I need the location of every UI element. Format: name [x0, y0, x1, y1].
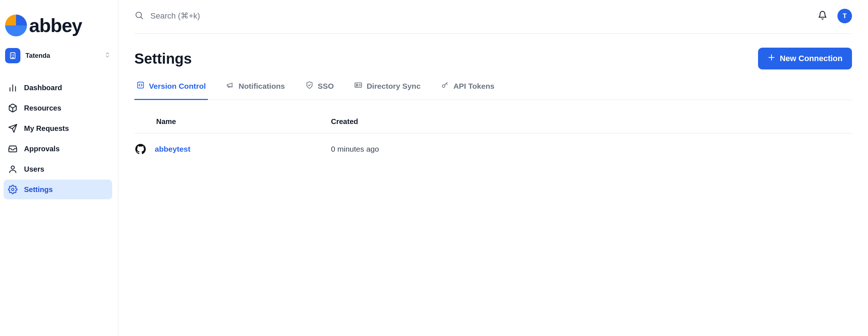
org-name: Tatenda: [25, 52, 99, 60]
logo: abbey: [4, 7, 112, 47]
tab-directory-sync[interactable]: Directory Sync: [352, 80, 423, 100]
org-switcher[interactable]: Tatenda: [4, 47, 112, 65]
page-title: Settings: [134, 51, 192, 67]
sidebar-item-label: Resources: [24, 104, 61, 112]
sidebar-item-settings[interactable]: Settings: [4, 180, 112, 199]
connection-name-link[interactable]: abbeytest: [155, 145, 190, 153]
connections-table: Name Created abbeytest 0 minutes ago: [134, 117, 852, 165]
bar-chart-icon: [8, 83, 17, 92]
main-content: Search (⌘+k) T Settings: [118, 0, 868, 336]
search-icon: [134, 11, 144, 21]
topbar: Search (⌘+k) T: [134, 0, 852, 34]
gear-icon: [8, 185, 17, 194]
tab-notifications[interactable]: Notifications: [224, 80, 287, 100]
tab-label: API Tokens: [453, 82, 494, 91]
brand-name: abbey: [29, 15, 82, 36]
sidebar-item-label: Dashboard: [24, 84, 62, 92]
page-header: Settings New Connection: [134, 34, 852, 80]
sidebar-item-label: Settings: [24, 185, 53, 194]
new-connection-label: New Connection: [780, 54, 843, 63]
sidebar-item-resources[interactable]: Resources: [4, 98, 112, 118]
tab-sso[interactable]: SSO: [303, 80, 336, 100]
key-icon: [441, 81, 449, 91]
new-connection-button[interactable]: New Connection: [758, 48, 852, 69]
connection-created: 0 minutes ago: [331, 145, 379, 153]
table-header-row: Name Created: [134, 117, 852, 133]
tab-label: Version Control: [149, 82, 206, 91]
shield-check-icon: [305, 81, 313, 91]
send-icon: [8, 124, 17, 133]
tab-label: SSO: [318, 82, 334, 91]
sidebar-nav: Dashboard Resources My Requests: [4, 78, 112, 199]
svg-point-17: [11, 166, 15, 169]
svg-point-18: [12, 188, 14, 191]
sidebar-item-label: Approvals: [24, 145, 60, 153]
code-square-icon: [137, 81, 145, 91]
tab-version-control[interactable]: Version Control: [134, 80, 208, 100]
column-header-name: Name: [134, 117, 331, 126]
user-avatar[interactable]: T: [837, 9, 852, 23]
box-icon: [8, 103, 17, 113]
column-header-created: Created: [331, 117, 852, 126]
plus-icon: [768, 53, 776, 64]
svg-rect-3: [11, 53, 15, 59]
notifications-button[interactable]: [816, 9, 829, 23]
bell-icon: [818, 11, 827, 21]
tab-label: Directory Sync: [367, 82, 421, 91]
inbox-icon: [8, 144, 17, 153]
sidebar-item-label: My Requests: [24, 124, 69, 133]
building-icon: [5, 48, 20, 63]
user-icon: [8, 164, 17, 174]
search-placeholder: Search (⌘+k): [150, 11, 200, 21]
svg-point-25: [356, 84, 358, 85]
github-icon: [134, 143, 147, 155]
settings-tabs: Version Control Notifications SSO: [134, 80, 852, 100]
sidebar-item-users[interactable]: Users: [4, 159, 112, 179]
sidebar-item-my-requests[interactable]: My Requests: [4, 119, 112, 138]
table-row: abbeytest 0 minutes ago: [134, 133, 852, 165]
sidebar-item-label: Users: [24, 165, 44, 173]
avatar-initial: T: [843, 12, 847, 20]
chevron-up-down-icon: [104, 51, 111, 60]
megaphone-icon: [226, 81, 234, 91]
svg-rect-23: [138, 82, 144, 88]
search-input[interactable]: Search (⌘+k): [134, 11, 808, 21]
tab-label: Notifications: [238, 82, 285, 91]
sidebar-item-dashboard[interactable]: Dashboard: [4, 78, 112, 97]
id-card-icon: [354, 81, 362, 91]
svg-line-20: [141, 17, 143, 19]
tab-api-tokens[interactable]: API Tokens: [439, 80, 497, 100]
svg-line-30: [446, 83, 447, 84]
sidebar-item-approvals[interactable]: Approvals: [4, 139, 112, 159]
sidebar: abbey Tatenda: [0, 0, 118, 336]
abbey-logo-icon: [5, 15, 27, 36]
